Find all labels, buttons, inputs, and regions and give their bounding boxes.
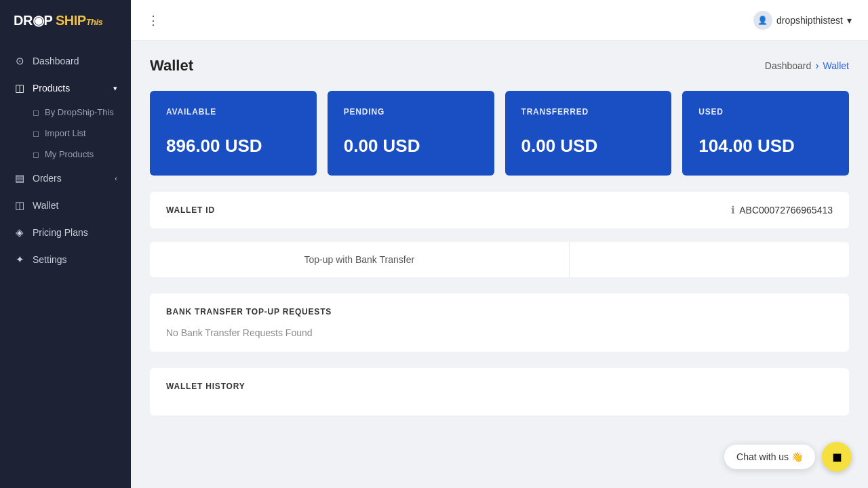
wallet-icon: ◫ [14,199,26,211]
chat-widget: Chat with us 👋 ◼ [724,442,852,472]
wallet-id-label: WALLET ID [166,205,215,215]
sidebar: DR◉P SHIPThis ⊙ Dashboard ◫ Products ▾ ◻… [0,0,131,488]
stat-card-used: USED 104.00 USD [682,91,849,176]
stat-value: 0.00 USD [521,136,656,157]
breadcrumb-separator: › [815,60,818,72]
stat-card-transferred: TRANSFERRED 0.00 USD [505,91,672,176]
sidebar-item-by-dropship[interactable]: ◻ By DropShip-This [0,102,131,123]
chevron-right-icon: ‹ [115,174,117,182]
sidebar-item-label: Pricing Plans [33,227,88,238]
sidebar-item-label: Settings [33,254,67,265]
stats-grid: AVAILABLE 896.00 USD PENDING 0.00 USD TR… [150,91,849,176]
user-menu[interactable]: 👤 dropshipthistest ▾ [753,11,852,30]
file-icon: ◻ [33,108,39,117]
sidebar-item-label: Dashboard [33,56,79,66]
sidebar-item-settings[interactable]: ✦ Settings [0,246,131,273]
topbar-left: ⋮ [147,13,159,28]
sidebar-item-label: Products [33,83,70,94]
logo-this: This [86,17,103,27]
stat-card-pending: PENDING 0.00 USD [328,91,494,176]
pricing-icon: ◈ [14,226,26,239]
products-icon: ◫ [14,82,26,94]
wallet-history-section: WALLET HISTORY [150,368,849,415]
sidebar-item-label: Orders [33,173,62,184]
wallet-id-section: WALLET ID ℹ ABC00072766965413 [150,192,849,228]
page-title: Wallet [150,57,193,75]
bank-transfer-section: BANK TRANSFER TOP-UP REQUESTS No Bank Tr… [150,293,849,352]
logo-drop: DR [14,13,33,28]
sidebar-item-pricing-plans[interactable]: ◈ Pricing Plans [0,219,131,246]
stat-value: 104.00 USD [698,136,833,157]
stat-card-available: AVAILABLE 896.00 USD [150,91,317,176]
sidebar-item-label: Wallet [33,200,58,211]
info-icon: ℹ [731,204,735,216]
content-area: Wallet Dashboard › Wallet AVAILABLE 896.… [131,41,868,488]
logo-ship: SHIP [56,13,86,28]
sub-item-label: My Products [45,149,94,159]
wallet-id-number: ABC00072766965413 [739,205,833,216]
sidebar-item-wallet[interactable]: ◫ Wallet [0,192,131,219]
sub-item-label: Import List [45,128,86,138]
main-area: ⋮ 👤 dropshipthistest ▾ Wallet Dashboard … [131,0,868,488]
sub-item-label: By DropShip-This [45,107,114,117]
chat-label: Chat with us 👋 [724,445,815,469]
chevron-down-icon: ▾ [113,84,117,93]
sidebar-item-my-products[interactable]: ◻ My Products [0,144,131,165]
bank-transfer-title: BANK TRANSFER TOP-UP REQUESTS [166,307,833,317]
topup-section: Top-up with Bank Transfer [150,242,849,277]
avatar: 👤 [753,11,772,30]
wallet-history-title: WALLET HISTORY [166,382,833,391]
sidebar-item-orders[interactable]: ▤ Orders ‹ [0,165,131,192]
orders-icon: ▤ [14,172,26,184]
stat-label: PENDING [344,107,478,117]
logo: DR◉P SHIPThis [0,0,131,41]
menu-icon[interactable]: ⋮ [147,13,159,28]
settings-icon: ✦ [14,253,26,266]
topbar: ⋮ 👤 dropshipthistest ▾ [131,0,868,41]
products-submenu: ◻ By DropShip-This ◻ Import List ◻ My Pr… [0,102,131,165]
sidebar-nav: ⊙ Dashboard ◫ Products ▾ ◻ By DropShip-T… [0,41,131,488]
chat-button[interactable]: ◼ [822,442,852,472]
wallet-id-value: ℹ ABC00072766965413 [731,204,833,216]
topup-bank-transfer-button[interactable]: Top-up with Bank Transfer [150,242,570,277]
stat-label: USED [698,107,833,117]
file-icon: ◻ [33,150,39,159]
topbar-right: 👤 dropshipthistest ▾ [753,11,852,30]
stat-value: 896.00 USD [166,136,300,157]
username-label: dropshipthistest [776,15,843,26]
chevron-down-icon: ▾ [847,15,852,26]
stat-value: 0.00 USD [344,136,478,157]
breadcrumb: Dashboard › Wallet [765,60,849,72]
dashboard-icon: ⊙ [14,55,26,67]
bank-transfer-empty: No Bank Transfer Requests Found [166,327,833,338]
sidebar-item-dashboard[interactable]: ⊙ Dashboard [0,47,131,75]
page-header: Wallet Dashboard › Wallet [150,57,849,75]
stat-label: TRANSFERRED [521,107,656,117]
sidebar-item-import-list[interactable]: ◻ Import List [0,123,131,144]
breadcrumb-current: Wallet [823,60,849,71]
sidebar-item-products[interactable]: ◫ Products ▾ [0,75,131,102]
chat-icon: ◼ [832,449,842,464]
file-icon: ◻ [33,129,39,138]
breadcrumb-parent[interactable]: Dashboard [765,60,812,71]
stat-label: AVAILABLE [166,107,300,117]
